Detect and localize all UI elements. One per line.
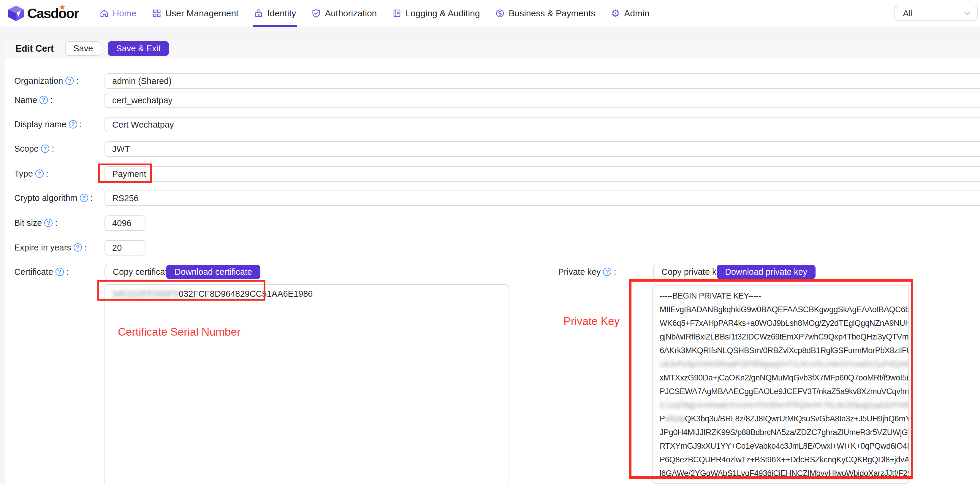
chevron-down-icon	[964, 11, 970, 16]
help-icon[interactable]: ?	[35, 170, 44, 178]
private-key-textarea[interactable]: -----BEGIN PRIVATE KEY----- MIIEvgIBADAN…	[652, 286, 909, 484]
help-icon[interactable]: ?	[69, 120, 77, 129]
scope-label: Scope?:	[14, 143, 54, 154]
private-key-label: Private key?:	[558, 267, 616, 277]
pk-line-redacted: IL1zqObgUrvmhwjtvXn/uhsYKk30wVFRQIwXK7hL…	[660, 398, 906, 412]
casdoor-edit-cert-page: Casdoor ★ Home User Management Identi	[0, 0, 980, 484]
page-title: Edit Cert	[16, 43, 54, 54]
nav-item-business-payments[interactable]: Business & Payments	[487, 0, 603, 27]
nav-label: Identity	[267, 8, 296, 18]
pk-line: -----BEGIN PRIVATE KEY-----	[660, 289, 906, 303]
lock-icon	[254, 9, 263, 18]
private-key-content: -----BEGIN PRIVATE KEY----- MIIEvgIBADAN…	[660, 289, 906, 484]
nav-label: Authorization	[325, 8, 377, 18]
pk-line: 6AKrk3MKQRIfsNLQSHBSm/0RBZvlXcp8dB1RglGS…	[660, 344, 906, 357]
logo-text: Casdoor	[27, 5, 79, 21]
pk-line: JPg0H4MiJJIRZK99S/p88BdbrcNA5za/ZDZC7ghr…	[660, 425, 906, 439]
certificate-serial: 3451D2FFD65F5032FCF8D964829CC51AA6E1986	[112, 289, 313, 299]
nav-item-authorization[interactable]: Authorization	[304, 0, 385, 27]
help-icon[interactable]: ?	[40, 96, 48, 104]
nav-item-home[interactable]: Home	[92, 0, 144, 27]
nav-item-identity[interactable]: Identity	[246, 0, 304, 27]
save-button[interactable]: Save	[65, 41, 101, 56]
certificate-label: Certificate?:	[14, 267, 68, 277]
display-name-label: Display name?:	[14, 119, 82, 130]
pk-line: gjNb/wIRflBxi2LBBsI1t32IDCWz69tEmXP7whC9…	[660, 330, 906, 344]
shield-check-icon	[312, 9, 321, 18]
nav-item-user-management[interactable]: User Management	[144, 0, 247, 27]
organization-filter-select[interactable]: All	[894, 6, 978, 21]
pk-line: ilLoWii1Un+tnjyxuJdgKvu4sbCpevTsFvFkbRWf…	[660, 480, 906, 484]
help-icon[interactable]: ?	[41, 144, 49, 153]
help-icon[interactable]: ?	[65, 76, 74, 85]
help-icon[interactable]: ?	[80, 194, 88, 202]
help-icon[interactable]: ?	[56, 268, 64, 276]
nav-item-admin[interactable]: ⚙ Admin	[603, 0, 657, 27]
help-icon[interactable]: ?	[74, 243, 82, 252]
save-exit-button[interactable]: Save & Exit	[108, 41, 169, 56]
nav-label: Business & Payments	[509, 8, 595, 18]
home-icon	[99, 9, 109, 18]
main-nav: Home User Management Identity Authorizat…	[92, 0, 657, 27]
top-navbar: Casdoor ★ Home User Management Identi	[0, 0, 980, 27]
help-icon[interactable]: ?	[44, 219, 52, 227]
display-name-field[interactable]: Cert Wechatpay	[105, 117, 980, 132]
nav-label: User Management	[165, 8, 239, 18]
nav-label: Admin	[624, 8, 649, 18]
nav-label: Logging & Auditing	[406, 8, 480, 18]
organization-filter-value: All	[903, 8, 913, 18]
pk-line: PJCSEWA7AgMBAAECggEAOLe9JCEFV3T/nkaZ5a9k…	[660, 385, 906, 398]
casdoor-logo[interactable]: Casdoor ★	[8, 5, 79, 22]
expire-years-label: Expire in years?:	[14, 242, 87, 253]
pk-line: xMTXxzG90Da+jCaOKn2/gnNQMuMqGvb3fX7MFp60…	[660, 371, 906, 385]
redacted-serial-prefix: 3451D2FFD65F5	[112, 289, 179, 298]
casdoor-cube-icon	[8, 5, 24, 22]
pk-line: RTXYmGJ9xXU1YY+Co1eVabko4c3JmL8E/Owxl+WI…	[660, 439, 906, 453]
pk-line-partially-redacted: PxRztaQK3bq3u/BRL8z/8ZJ8IQwrUtMtQsuSvGbA…	[660, 412, 906, 425]
pk-line-redacted: Uk3vRz9pXNW36hq4FDF8f5kjwq2mTzUKvVhLm9cG…	[660, 357, 906, 371]
audit-log-icon	[392, 9, 402, 18]
crypto-algorithm-field[interactable]: RS256	[105, 190, 980, 206]
type-select[interactable]: Payment	[105, 166, 980, 182]
help-icon[interactable]: ?	[603, 268, 611, 276]
scope-field[interactable]: JWT	[105, 141, 980, 157]
download-private-key-button[interactable]: Download private key	[717, 265, 816, 279]
crypto-algorithm-label: Crypto algorithm?:	[14, 193, 93, 203]
pk-line: WK6q5+F7xAHpPAR4ks+a0WOJ9bLsh8MOg/Zy2dTE…	[660, 316, 906, 330]
gear-icon: ⚙	[611, 9, 620, 18]
logo-star-icon: ★	[59, 3, 65, 12]
name-label: Name?:	[14, 95, 52, 105]
nav-item-logging-auditing[interactable]: Logging & Auditing	[385, 0, 487, 27]
redacted-segment: xRzta	[665, 414, 685, 423]
certificate-textarea[interactable]: 3451D2FFD65F5032FCF8D964829CC51AA6E1986	[105, 284, 509, 484]
nav-label: Home	[113, 8, 137, 18]
card-toolbar: Edit Cert Save Save & Exit	[5, 40, 980, 58]
organization-label: Organization?:	[14, 75, 79, 86]
dollar-circle-icon	[495, 9, 505, 18]
grid-icon	[152, 9, 162, 18]
type-label: Type?:	[14, 168, 48, 179]
name-field[interactable]: cert_wechatpay	[105, 93, 980, 108]
download-certificate-button[interactable]: Download certificate	[166, 265, 260, 279]
pk-line: MIIEvgIBADANBgkqhkiG9w0BAQEFAASCBKgwggSk…	[660, 303, 906, 316]
pk-line: P6Q8ezBCQUPR4ozlwTz+BSt96X++DdcRSZkcnqKy…	[660, 453, 906, 467]
certificate-serial-annotation: Certificate Serial Number	[118, 326, 240, 338]
expire-years-field[interactable]: 20	[105, 240, 145, 255]
bit-size-label: Bit size?:	[14, 217, 57, 228]
organization-field[interactable]: admin (Shared)	[105, 73, 980, 89]
bit-size-field[interactable]: 4096	[105, 216, 145, 231]
private-key-annotation: Private Key	[563, 315, 620, 328]
pk-line: l6GAWe/2YGgWAbS1LvgF4936jCjEHNCZIMbvvHIw…	[660, 467, 906, 480]
